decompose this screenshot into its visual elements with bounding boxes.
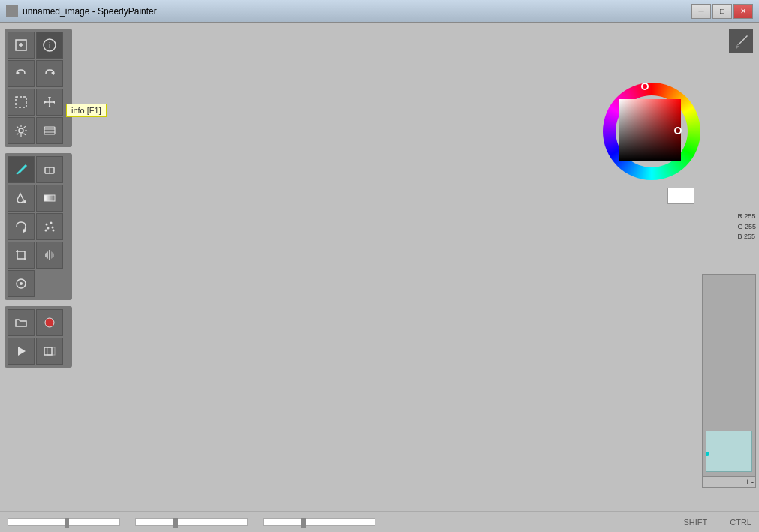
mirror-button[interactable]: [36, 242, 63, 269]
slider-2-thumb[interactable]: [173, 518, 178, 528]
svg-rect-39: [47, 347, 55, 355]
svg-rect-0: [8, 7, 17, 16]
eraser-button[interactable]: [36, 156, 63, 183]
window-controls: ─ □ ✕: [691, 4, 753, 19]
zoom-plus[interactable]: +: [745, 478, 750, 486]
undo-button[interactable]: [8, 60, 35, 87]
frames-button[interactable]: [36, 338, 63, 365]
status-bar: SHIFT CTRL: [0, 511, 759, 532]
nav-controls-bar: + -: [703, 476, 755, 487]
slider-2[interactable]: [135, 518, 248, 526]
navigator-thumbnail[interactable]: [706, 431, 752, 472]
svg-point-35: [20, 282, 23, 285]
slider-1[interactable]: [8, 518, 120, 526]
svg-marker-13: [48, 97, 51, 99]
slider-3-thumb[interactable]: [301, 518, 306, 528]
sliders-area: [8, 518, 375, 526]
ctrl-label: CTRL: [730, 518, 751, 527]
select-button[interactable]: [8, 89, 35, 116]
nav-indicator-dot: [706, 452, 709, 456]
red-value: R 255: [737, 212, 756, 222]
svg-marker-11: [53, 101, 55, 104]
svg-marker-10: [44, 101, 47, 104]
toolbar-middle-group: [5, 153, 72, 300]
title-bar-left: unnamed_image - SpeedyPainter: [6, 5, 157, 17]
svg-point-30: [53, 230, 55, 232]
play-button[interactable]: [8, 338, 35, 365]
svg-point-29: [45, 230, 47, 232]
redo-button[interactable]: [36, 60, 63, 87]
svg-point-26: [50, 222, 53, 224]
scatter-button[interactable]: [36, 213, 63, 240]
svg-marker-14: [48, 105, 51, 107]
svg-point-25: [46, 224, 48, 226]
green-value: G 255: [737, 222, 756, 233]
color-preview-swatch[interactable]: [667, 188, 694, 204]
svg-point-22: [23, 200, 26, 203]
navigator-panel: + -: [702, 274, 756, 488]
color-values: R 255 G 255 B 255: [737, 212, 756, 242]
slider-1-thumb[interactable]: [65, 518, 69, 528]
left-panel: i: [0, 23, 83, 532]
blue-value: B 255: [737, 232, 756, 242]
minimize-button[interactable]: ─: [691, 4, 711, 19]
svg-marker-32: [45, 251, 48, 259]
status-keys: SHIFT CTRL: [683, 518, 751, 527]
open-button[interactable]: [8, 309, 35, 336]
svg-marker-37: [18, 347, 26, 356]
svg-point-36: [45, 318, 54, 327]
svg-marker-6: [17, 71, 20, 75]
svg-rect-8: [16, 97, 26, 107]
toolbar-top-group: i: [5, 29, 72, 147]
svg-rect-23: [44, 195, 55, 201]
title-bar: unnamed_image - SpeedyPainter ─ □ ✕: [0, 0, 759, 23]
svg-line-19: [24, 166, 25, 167]
svg-point-15: [19, 128, 23, 133]
close-button[interactable]: ✕: [733, 4, 753, 19]
info-button[interactable]: i: [36, 32, 63, 59]
crop-button[interactable]: [8, 242, 35, 269]
pencil-button[interactable]: [8, 156, 35, 183]
symmetry-button[interactable]: [8, 270, 35, 297]
svg-marker-33: [51, 251, 54, 259]
svg-marker-7: [51, 71, 54, 75]
new-button[interactable]: [8, 32, 35, 59]
transform-button[interactable]: [36, 89, 63, 116]
settings-button[interactable]: [8, 117, 35, 144]
bucket-button[interactable]: [8, 185, 35, 212]
toolbar-file-group: [5, 306, 72, 368]
rotate-button[interactable]: [8, 213, 35, 240]
window-title: unnamed_image - SpeedyPainter: [23, 6, 157, 17]
layers-button[interactable]: [36, 117, 63, 144]
shift-label: SHIFT: [683, 518, 707, 527]
brush-icon: [729, 29, 753, 53]
svg-text:i: i: [49, 41, 50, 50]
maximize-button[interactable]: □: [712, 4, 732, 19]
svg-point-27: [47, 227, 50, 230]
main-area: i: [0, 23, 759, 532]
svg-point-28: [52, 227, 54, 229]
slider-3[interactable]: [263, 518, 375, 526]
svg-rect-16: [44, 127, 55, 134]
svg-rect-38: [44, 347, 52, 355]
zoom-minus[interactable]: -: [751, 478, 754, 486]
app-icon: [6, 5, 18, 17]
color-wheel[interactable]: [603, 83, 700, 180]
record-button[interactable]: [36, 309, 63, 336]
gradient-button[interactable]: [36, 185, 63, 212]
